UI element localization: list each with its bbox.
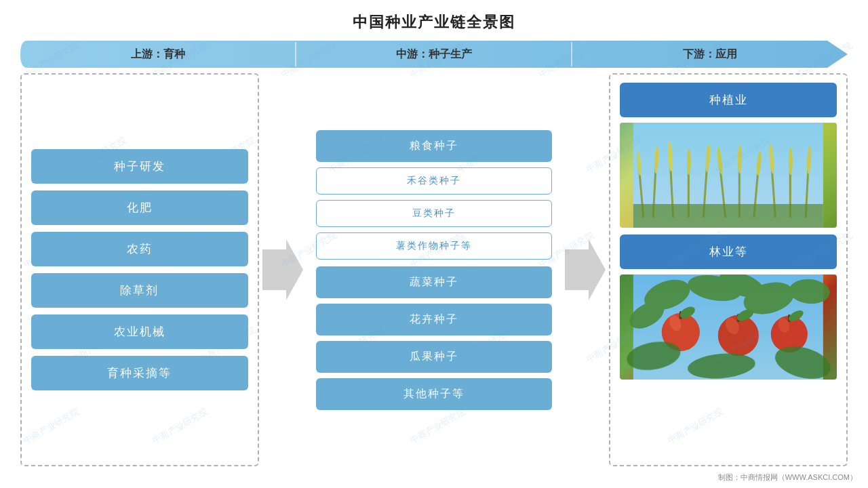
svg-point-22 — [789, 148, 793, 175]
middle-item-grain: 粮食种子 — [316, 130, 553, 162]
svg-point-10 — [687, 149, 691, 175]
middle-item-flower: 花卉种子 — [316, 304, 553, 336]
apple-image — [620, 274, 837, 380]
rice-photo — [620, 123, 837, 228]
svg-point-16 — [738, 145, 742, 174]
middle-item-other: 其他种子等 — [316, 378, 553, 410]
left-item-3: 除草剂 — [31, 273, 248, 308]
left-item-5: 育种采摘等 — [31, 356, 248, 390]
svg-rect-25 — [633, 204, 823, 228]
left-item-0: 种子研发 — [31, 149, 248, 184]
middle-to-right-arrow — [561, 73, 609, 466]
middle-items: 粮食种子 禾谷类种子 豆类种子 薯类作物种子等 蔬菜种子 花卉种子 瓜果种子 其… — [316, 130, 553, 410]
left-item-2: 农药 — [31, 232, 248, 266]
middle-section: 粮食种子 禾谷类种子 豆类种子 薯类作物种子等 蔬菜种子 花卉种子 瓜果种子 其… — [307, 73, 562, 466]
main-content: 种子研发 化肥 农药 除草剂 农业机械 育种采摘等 粮食种子 禾谷类种子 豆类种… — [20, 73, 848, 466]
right-section: 种植业 — [609, 73, 848, 466]
top-arrow-bar: 上游：育种 中游：种子生产 下游：应用 — [20, 41, 848, 68]
middle-item-veg: 蔬菜种子 — [316, 266, 553, 298]
page-title: 中国种业产业链全景图 — [0, 0, 868, 38]
left-section: 种子研发 化肥 农药 除草剂 农业机械 育种采摘等 — [20, 73, 259, 466]
middle-item-melon: 瓜果种子 — [316, 341, 553, 373]
middle-item-cereal: 禾谷类种子 — [316, 167, 553, 195]
left-item-4: 农业机械 — [31, 314, 248, 349]
middle-item-potato: 薯类作物种子等 — [316, 232, 553, 260]
apple-photo — [620, 274, 837, 380]
middle-item-bean: 豆类种子 — [316, 200, 553, 227]
left-item-1: 化肥 — [31, 190, 248, 225]
right-item-forestry: 林业等 — [620, 235, 837, 269]
rice-image — [620, 123, 837, 228]
footer-note: 制图：中商情报网（WWW.ASKCI.COM） — [718, 472, 857, 483]
right-item-planting: 种植业 — [620, 83, 837, 117]
left-to-middle-arrow — [259, 73, 307, 466]
